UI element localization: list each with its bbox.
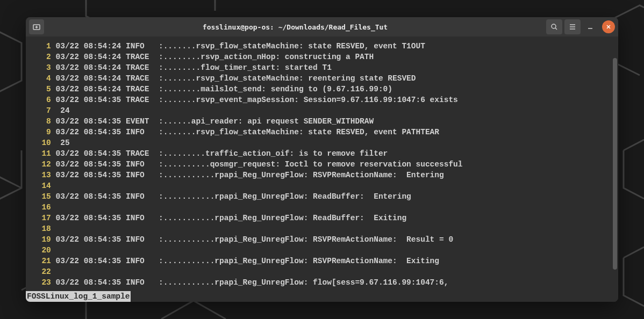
close-icon — [606, 24, 611, 30]
line-number: 16 — [32, 202, 51, 213]
menu-button[interactable] — [564, 19, 581, 34]
line-number: 6 — [32, 95, 51, 105]
log-text: 03/22 08:54:35 TRACE :.......rsvp_event_… — [51, 96, 458, 104]
window-title: fosslinux@pop-os: ~/Downloads/Read_Files… — [46, 23, 544, 31]
log-line: 15 03/22 08:54:35 INFO :...........rpapi… — [26, 191, 618, 202]
line-number: 9 — [32, 127, 51, 137]
log-line: 2 03/22 08:54:24 TRACE :........rsvp_act… — [26, 52, 618, 62]
log-output: 1 03/22 08:54:24 INFO :.......rsvp_flow_… — [26, 41, 618, 288]
new-tab-icon — [32, 23, 41, 31]
log-line: 16 — [26, 202, 618, 213]
log-text: 03/22 08:54:35 INFO :...........rpapi_Re… — [51, 192, 411, 201]
log-line: 14 — [26, 180, 618, 191]
log-text: 03/22 08:54:24 TRACE :.......rsvp_flow_s… — [51, 74, 416, 83]
scrollbar-thumb[interactable] — [613, 58, 617, 270]
scrollbar[interactable] — [613, 58, 617, 299]
log-line: 20 — [26, 245, 618, 256]
titlebar: fosslinux@pop-os: ~/Downloads/Read_Files… — [26, 17, 618, 37]
log-text: 03/22 08:54:35 INFO :...........rpapi_Re… — [51, 214, 406, 222]
log-text: 03/22 08:54:35 INFO :.......rsvp_flow_st… — [51, 128, 439, 136]
log-line: 7 24 — [26, 105, 618, 116]
hamburger-icon — [569, 23, 576, 31]
line-number: 11 — [32, 148, 51, 159]
log-text: 03/22 08:54:35 INFO :...........rpapi_Re… — [51, 278, 449, 287]
line-number: 17 — [32, 213, 51, 223]
line-number: 4 — [32, 73, 51, 84]
line-number: 12 — [32, 159, 51, 170]
search-icon — [550, 23, 558, 31]
log-line: 23 03/22 08:54:35 INFO :...........rpapi… — [26, 277, 618, 288]
log-text: 03/22 08:54:35 INFO :...........rpapi_Re… — [51, 235, 453, 244]
log-line: 21 03/22 08:54:35 INFO :...........rpapi… — [26, 256, 618, 266]
line-number: 21 — [32, 256, 51, 266]
log-text: 03/22 08:54:35 EVENT :......api_reader: … — [51, 117, 374, 126]
log-line: 3 03/22 08:54:24 TRACE :........flow_tim… — [26, 62, 618, 73]
log-text: 25 — [51, 139, 70, 147]
terminal-window: fosslinux@pop-os: ~/Downloads/Read_Files… — [26, 17, 618, 302]
line-number: 14 — [32, 180, 51, 191]
line-number: 3 — [32, 62, 51, 73]
line-number: 13 — [32, 170, 51, 180]
line-number: 23 — [32, 277, 51, 288]
log-line: 10 25 — [26, 137, 618, 148]
log-line: 4 03/22 08:54:24 TRACE :.......rsvp_flow… — [26, 73, 618, 84]
log-line: 11 03/22 08:54:35 TRACE :.........traffi… — [26, 148, 618, 159]
minimize-button[interactable] — [583, 19, 598, 34]
log-text: 24 — [51, 106, 70, 115]
log-line: 12 03/22 08:54:35 INFO :..........qosmgr… — [26, 159, 618, 170]
log-text: 03/22 08:54:35 TRACE :.........traffic_a… — [51, 149, 388, 158]
log-line: 22 — [26, 266, 618, 277]
search-button[interactable] — [546, 19, 562, 34]
log-line: 9 03/22 08:54:35 INFO :.......rsvp_flow_… — [26, 127, 618, 137]
log-text: 03/22 08:54:35 INFO :...........rpapi_Re… — [51, 257, 439, 265]
line-number: 22 — [32, 266, 51, 277]
line-number: 15 — [32, 191, 51, 202]
log-line: 6 03/22 08:54:35 TRACE :.......rsvp_even… — [26, 95, 618, 105]
log-line: 13 03/22 08:54:35 INFO :...........rpapi… — [26, 170, 618, 180]
close-button[interactable] — [602, 20, 615, 33]
log-text: 03/22 08:54:24 TRACE :........flow_timer… — [51, 63, 332, 72]
log-line: 19 03/22 08:54:35 INFO :...........rpapi… — [26, 234, 618, 245]
minimize-icon — [587, 24, 593, 30]
log-text: 03/22 08:54:35 INFO :...........rpapi_Re… — [51, 171, 444, 179]
log-text: 03/22 08:54:35 INFO :..........qosmgr_re… — [51, 160, 463, 169]
line-number: 5 — [32, 84, 51, 95]
new-tab-button[interactable] — [29, 19, 44, 34]
status-bar: FOSSLinux_log_1_sample — [26, 291, 131, 302]
terminal-content[interactable]: 1 03/22 08:54:24 INFO :.......rsvp_flow_… — [26, 37, 618, 302]
log-text: 03/22 08:54:24 INFO :.......rsvp_flow_st… — [51, 42, 425, 50]
log-line: 8 03/22 08:54:35 EVENT :......api_reader… — [26, 116, 618, 127]
log-text: 03/22 08:54:24 TRACE :........rsvp_actio… — [51, 53, 374, 61]
line-number: 10 — [32, 137, 51, 148]
line-number: 1 — [32, 41, 51, 52]
line-number: 8 — [32, 116, 51, 127]
log-line: 5 03/22 08:54:24 TRACE :........mailslot… — [26, 84, 618, 95]
svg-point-3 — [552, 24, 556, 28]
log-line: 17 03/22 08:54:35 INFO :...........rpapi… — [26, 213, 618, 223]
log-line: 1 03/22 08:54:24 INFO :.......rsvp_flow_… — [26, 41, 618, 52]
line-number: 2 — [32, 52, 51, 62]
line-number: 18 — [32, 223, 51, 234]
log-line: 18 — [26, 223, 618, 234]
svg-line-4 — [555, 28, 557, 30]
log-text: 03/22 08:54:24 TRACE :........mailslot_s… — [51, 85, 392, 93]
line-number: 20 — [32, 245, 51, 256]
line-number: 19 — [32, 234, 51, 245]
line-number: 7 — [32, 105, 51, 116]
